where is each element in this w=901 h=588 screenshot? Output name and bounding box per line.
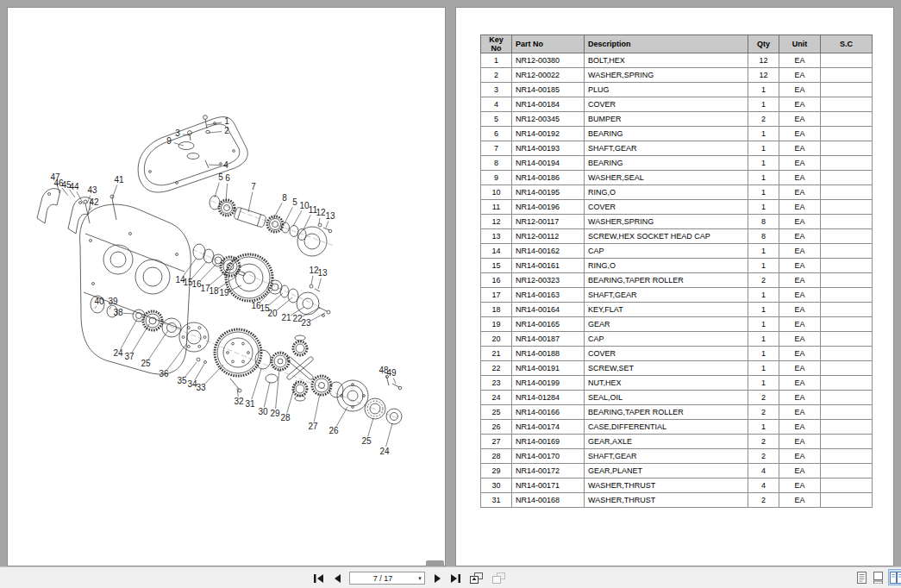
table-cell: 2 — [748, 273, 779, 288]
table-cell: EA — [779, 127, 821, 141]
table-cell: WASHER,SEAL — [585, 171, 748, 185]
table-cell: EA — [779, 332, 821, 347]
table-cell: 24 — [481, 391, 512, 405]
table-cell: 27 — [481, 435, 512, 449]
table-cell: BUMPER — [585, 112, 748, 127]
continuous-view-button[interactable] — [872, 570, 884, 585]
column-header: Qty — [748, 35, 779, 53]
callout-label: 5 — [218, 173, 223, 182]
table-cell: CAP — [585, 332, 748, 347]
table-row: 26NR14-00174CASE,DIFFERENTIAL1EA — [481, 420, 873, 435]
table-row: 4NR14-00184COVER1EA — [481, 97, 873, 112]
table-cell: EA — [779, 493, 821, 508]
table-cell: BEARING,TAPER ROLLER — [585, 273, 748, 288]
previous-view-button[interactable] — [469, 572, 484, 585]
table-row: 20NR14-00187CAP1EA — [481, 332, 873, 347]
table-cell: 4 — [481, 97, 512, 112]
toolbar-grip-handle[interactable] — [426, 560, 444, 566]
document-page-right: Key NoPart NoDescriptionQtyUnitS.C 1NR12… — [455, 7, 894, 566]
table-cell: 2 — [748, 405, 779, 420]
table-cell — [821, 376, 873, 391]
table-cell: 1 — [748, 83, 779, 97]
table-cell: NR14-00170 — [512, 449, 585, 464]
callout-label: 30 — [258, 408, 267, 416]
table-cell: COVER — [585, 97, 748, 112]
table-row: 29NR14-00172GEAR,PLANET4EA — [481, 464, 873, 479]
table-cell: NR14-00194 — [512, 156, 585, 171]
table-cell: EA — [779, 449, 821, 464]
table-cell: NR14-00191 — [512, 361, 585, 376]
page-number-combobox[interactable]: 7 / 17 ▾ — [349, 572, 425, 585]
table-cell: 1 — [748, 347, 779, 361]
callout-label: 5 — [292, 198, 297, 207]
table-cell: 1 — [748, 171, 779, 185]
table-cell: EA — [779, 288, 821, 303]
diagram-artwork — [8, 8, 445, 566]
dropdown-arrow-icon: ▾ — [416, 575, 424, 582]
next-page-icon — [434, 574, 441, 583]
table-cell: NR14-01284 — [512, 391, 585, 405]
table-cell: COVER — [585, 200, 748, 215]
next-page-button[interactable] — [431, 572, 443, 585]
table-row: 3NR14-00185PLUG1EA — [481, 83, 873, 97]
table-row: 9NR14-00186WASHER,SEAL1EA — [481, 171, 873, 185]
table-cell: NR14-00199 — [512, 376, 585, 391]
table-cell — [821, 435, 873, 449]
table-cell: CAP — [585, 244, 748, 259]
table-cell: KEY,FLAT — [585, 303, 748, 317]
table-cell — [821, 127, 873, 141]
callout-label: 8 — [282, 194, 287, 203]
last-page-icon — [450, 574, 460, 583]
callout-label: 3 — [175, 129, 180, 138]
callout-label: 27 — [308, 422, 317, 431]
table-cell — [821, 68, 873, 83]
table-cell: 8 — [748, 215, 779, 229]
next-view-button[interactable] — [491, 572, 506, 585]
table-cell: NR14-00169 — [512, 435, 585, 449]
table-cell: NR14-00185 — [512, 83, 585, 97]
two-page-view-button[interactable] — [888, 569, 901, 585]
table-cell — [821, 244, 873, 259]
callout-label: 40 — [94, 297, 103, 306]
pdf-viewer: { "toolbar": { "page_indicator": "7 / 17… — [0, 0, 901, 588]
table-cell: 22 — [481, 361, 512, 376]
table-cell — [821, 449, 873, 464]
last-page-button[interactable] — [449, 572, 461, 585]
column-header: Unit — [779, 35, 821, 53]
table-row: 25NR14-00166BEARING,TAPER ROLLER2EA — [481, 405, 873, 420]
table-row: 16NR12-00323BEARING,TAPER ROLLER2EA — [481, 273, 873, 288]
first-page-button[interactable] — [313, 572, 325, 585]
column-header: Description — [585, 35, 748, 53]
callout-label: 24 — [113, 349, 122, 358]
table-cell — [821, 361, 873, 376]
table-cell: 23 — [481, 376, 512, 391]
callout-label: 24 — [379, 447, 389, 456]
table-cell: PLUG — [585, 83, 748, 97]
table-cell: NR14-00174 — [512, 420, 585, 435]
table-cell: 28 — [481, 449, 512, 464]
table-cell — [821, 141, 873, 156]
table-cell: 30 — [481, 479, 512, 493]
callout-label: 2 — [224, 127, 229, 135]
table-cell: 1 — [748, 259, 779, 273]
parts-table: Key NoPart NoDescriptionQtyUnitS.C 1NR12… — [480, 34, 873, 508]
table-cell: 1 — [748, 156, 779, 171]
table-cell: EA — [779, 361, 821, 376]
table-row: 18NR14-00164KEY,FLAT1EA — [481, 303, 873, 317]
callout-label: 41 — [114, 176, 123, 185]
table-cell: NR12-00117 — [512, 215, 585, 229]
table-cell: SCREW,SET — [585, 361, 748, 376]
table-cell: NR14-00165 — [512, 317, 585, 332]
table-cell — [821, 200, 873, 215]
table-cell — [821, 479, 873, 493]
callout-label: 43 — [87, 186, 97, 195]
table-cell: 25 — [481, 405, 512, 420]
previous-page-button[interactable] — [331, 572, 343, 585]
single-page-view-button[interactable] — [855, 570, 867, 585]
table-cell: SCREW,HEX SOCKET HEAD CAP — [585, 229, 748, 244]
callout-label: 19 — [219, 289, 228, 297]
callout-label: 12 — [316, 209, 325, 217]
table-cell: EA — [779, 156, 821, 171]
callout-label: 25 — [141, 360, 150, 368]
table-cell: NR14-00187 — [512, 332, 585, 347]
